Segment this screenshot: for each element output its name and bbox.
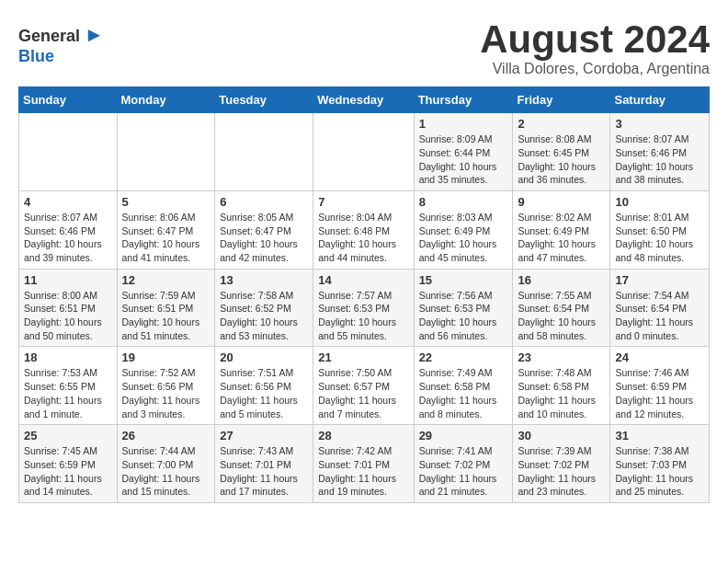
calendar-cell: 17Sunrise: 7:54 AM Sunset: 6:54 PM Dayli… xyxy=(610,269,710,347)
day-number: 18 xyxy=(24,350,112,364)
day-number: 2 xyxy=(518,117,605,131)
calendar-cell: 20Sunrise: 7:51 AM Sunset: 6:56 PM Dayli… xyxy=(215,347,313,425)
day-info: Sunrise: 8:03 AM Sunset: 6:49 PM Dayligh… xyxy=(419,211,508,265)
day-info: Sunrise: 7:39 AM Sunset: 7:02 PM Dayligh… xyxy=(518,444,605,499)
day-number: 30 xyxy=(518,429,605,442)
header-cell-tuesday: Tuesday xyxy=(215,87,313,113)
day-number: 28 xyxy=(318,429,408,442)
day-info: Sunrise: 7:46 AM Sunset: 6:59 PM Dayligh… xyxy=(615,366,704,420)
calendar-week-2: 4Sunrise: 8:07 AM Sunset: 6:46 PM Daylig… xyxy=(19,190,710,269)
header-cell-sunday: Sunday xyxy=(19,87,118,113)
header: General ► Blue August 2024 Villa Dolores… xyxy=(18,18,710,77)
day-number: 21 xyxy=(318,350,408,364)
day-info: Sunrise: 7:48 AM Sunset: 6:58 PM Dayligh… xyxy=(518,366,605,420)
day-number: 7 xyxy=(318,195,408,209)
calendar-cell: 1Sunrise: 8:09 AM Sunset: 6:44 PM Daylig… xyxy=(414,113,513,191)
day-number: 5 xyxy=(122,195,210,209)
header-cell-monday: Monday xyxy=(117,87,215,113)
day-number: 14 xyxy=(318,273,408,287)
day-info: Sunrise: 7:55 AM Sunset: 6:54 PM Dayligh… xyxy=(518,289,605,343)
calendar-cell: 13Sunrise: 7:58 AM Sunset: 6:52 PM Dayli… xyxy=(215,269,313,347)
header-cell-wednesday: Wednesday xyxy=(313,87,414,113)
logo-blue-text: Blue xyxy=(18,47,54,66)
day-number: 11 xyxy=(24,273,112,287)
calendar-week-3: 11Sunrise: 8:00 AM Sunset: 6:51 PM Dayli… xyxy=(19,269,710,347)
calendar-cell: 23Sunrise: 7:48 AM Sunset: 6:58 PM Dayli… xyxy=(513,347,610,425)
day-number: 16 xyxy=(518,273,605,287)
calendar-cell: 27Sunrise: 7:43 AM Sunset: 7:01 PM Dayli… xyxy=(215,425,313,503)
day-info: Sunrise: 7:44 AM Sunset: 7:00 PM Dayligh… xyxy=(122,444,210,499)
calendar-cell: 16Sunrise: 7:55 AM Sunset: 6:54 PM Dayli… xyxy=(513,269,610,347)
calendar-cell: 18Sunrise: 7:53 AM Sunset: 6:55 PM Dayli… xyxy=(19,347,118,425)
logo-bird-icon: ► xyxy=(85,23,105,46)
day-info: Sunrise: 7:54 AM Sunset: 6:54 PM Dayligh… xyxy=(615,289,704,343)
calendar-cell: 22Sunrise: 7:49 AM Sunset: 6:58 PM Dayli… xyxy=(414,347,513,425)
day-number: 27 xyxy=(220,429,308,442)
day-info: Sunrise: 8:08 AM Sunset: 6:45 PM Dayligh… xyxy=(518,132,605,187)
calendar-cell: 12Sunrise: 7:59 AM Sunset: 6:51 PM Dayli… xyxy=(117,269,215,347)
calendar-cell: 19Sunrise: 7:52 AM Sunset: 6:56 PM Dayli… xyxy=(117,347,215,425)
day-info: Sunrise: 7:59 AM Sunset: 6:51 PM Dayligh… xyxy=(122,289,210,343)
day-number: 13 xyxy=(220,273,308,287)
day-number: 25 xyxy=(24,429,112,442)
calendar-cell: 31Sunrise: 7:38 AM Sunset: 7:03 PM Dayli… xyxy=(610,425,710,503)
day-info: Sunrise: 8:05 AM Sunset: 6:47 PM Dayligh… xyxy=(220,211,308,265)
day-number: 19 xyxy=(122,350,210,364)
day-info: Sunrise: 7:45 AM Sunset: 6:59 PM Dayligh… xyxy=(24,444,112,499)
day-number: 10 xyxy=(615,195,704,209)
calendar-cell: 2Sunrise: 8:08 AM Sunset: 6:45 PM Daylig… xyxy=(513,113,610,191)
day-info: Sunrise: 8:04 AM Sunset: 6:48 PM Dayligh… xyxy=(318,211,408,265)
calendar-cell xyxy=(19,113,118,191)
day-number: 29 xyxy=(419,429,508,442)
day-info: Sunrise: 7:42 AM Sunset: 7:01 PM Dayligh… xyxy=(318,444,408,499)
day-number: 31 xyxy=(615,429,704,442)
calendar-cell: 3Sunrise: 8:07 AM Sunset: 6:46 PM Daylig… xyxy=(610,113,710,191)
page-subtitle: Villa Dolores, Cordoba, Argentina xyxy=(480,61,710,77)
day-number: 23 xyxy=(518,350,605,364)
day-info: Sunrise: 7:53 AM Sunset: 6:55 PM Dayligh… xyxy=(24,366,112,420)
logo: General ► Blue xyxy=(18,23,104,66)
day-number: 9 xyxy=(518,195,605,209)
day-number: 22 xyxy=(419,350,508,364)
day-number: 6 xyxy=(220,195,308,209)
day-info: Sunrise: 7:50 AM Sunset: 6:57 PM Dayligh… xyxy=(318,366,408,420)
header-row: SundayMondayTuesdayWednesdayThursdayFrid… xyxy=(19,87,710,113)
calendar-cell: 4Sunrise: 8:07 AM Sunset: 6:46 PM Daylig… xyxy=(19,190,118,269)
calendar-cell: 5Sunrise: 8:06 AM Sunset: 6:47 PM Daylig… xyxy=(117,190,215,269)
day-number: 4 xyxy=(24,195,112,209)
calendar-cell: 29Sunrise: 7:41 AM Sunset: 7:02 PM Dayli… xyxy=(414,425,513,503)
calendar-cell: 28Sunrise: 7:42 AM Sunset: 7:01 PM Dayli… xyxy=(313,425,414,503)
day-number: 26 xyxy=(122,429,210,442)
calendar-cell: 26Sunrise: 7:44 AM Sunset: 7:00 PM Dayli… xyxy=(117,425,215,503)
day-info: Sunrise: 7:57 AM Sunset: 6:53 PM Dayligh… xyxy=(318,289,408,343)
calendar-cell: 21Sunrise: 7:50 AM Sunset: 6:57 PM Dayli… xyxy=(313,347,414,425)
calendar-cell: 30Sunrise: 7:39 AM Sunset: 7:02 PM Dayli… xyxy=(513,425,610,503)
logo-general-text: General xyxy=(18,27,80,45)
day-info: Sunrise: 8:02 AM Sunset: 6:49 PM Dayligh… xyxy=(518,211,605,265)
calendar-week-1: 1Sunrise: 8:09 AM Sunset: 6:44 PM Daylig… xyxy=(19,113,710,191)
calendar-cell: 24Sunrise: 7:46 AM Sunset: 6:59 PM Dayli… xyxy=(610,347,710,425)
day-info: Sunrise: 7:43 AM Sunset: 7:01 PM Dayligh… xyxy=(220,444,308,499)
day-number: 1 xyxy=(419,117,508,131)
day-info: Sunrise: 8:07 AM Sunset: 6:46 PM Dayligh… xyxy=(615,132,704,187)
day-number: 20 xyxy=(220,350,308,364)
day-info: Sunrise: 7:58 AM Sunset: 6:52 PM Dayligh… xyxy=(220,289,308,343)
calendar-cell: 8Sunrise: 8:03 AM Sunset: 6:49 PM Daylig… xyxy=(414,190,513,269)
day-info: Sunrise: 7:41 AM Sunset: 7:02 PM Dayligh… xyxy=(419,444,508,499)
title-area: August 2024 Villa Dolores, Cordoba, Arge… xyxy=(480,18,710,77)
calendar-cell xyxy=(215,113,313,191)
day-number: 17 xyxy=(615,273,704,287)
calendar-cell xyxy=(313,113,414,191)
header-cell-friday: Friday xyxy=(513,87,610,113)
day-info: Sunrise: 7:38 AM Sunset: 7:03 PM Dayligh… xyxy=(615,444,704,499)
calendar-week-5: 25Sunrise: 7:45 AM Sunset: 6:59 PM Dayli… xyxy=(19,425,710,503)
calendar-cell: 25Sunrise: 7:45 AM Sunset: 6:59 PM Dayli… xyxy=(19,425,118,503)
page-title: August 2024 xyxy=(480,18,710,61)
day-info: Sunrise: 8:06 AM Sunset: 6:47 PM Dayligh… xyxy=(122,211,210,265)
header-cell-thursday: Thursday xyxy=(414,87,513,113)
calendar-cell xyxy=(117,113,215,191)
day-info: Sunrise: 7:49 AM Sunset: 6:58 PM Dayligh… xyxy=(419,366,508,420)
header-cell-saturday: Saturday xyxy=(610,87,710,113)
day-number: 8 xyxy=(419,195,508,209)
calendar-table: SundayMondayTuesdayWednesdayThursdayFrid… xyxy=(18,86,710,503)
